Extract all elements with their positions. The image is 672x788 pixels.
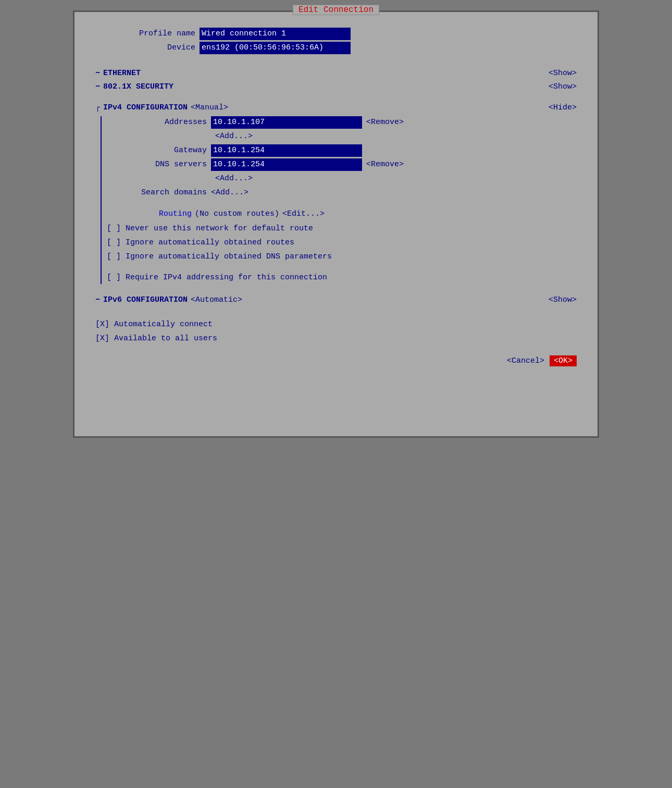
ok-button[interactable]: <OK> bbox=[550, 355, 577, 366]
window-title: Edit Connection bbox=[293, 5, 379, 15]
ipv4-content-block: Addresses 10.10.1.107 <Remove> <Add...> … bbox=[101, 116, 577, 284]
checkbox-ignore-routes[interactable]: [ ] Ignore automatically obtained routes bbox=[107, 237, 577, 249]
dns-add[interactable]: <Add...> bbox=[107, 173, 577, 185]
ethernet-section: − ETHERNET <Show> bbox=[95, 67, 577, 80]
ipv6-title: IPv6 CONFIGURATION bbox=[103, 294, 188, 306]
checkbox-ignore-dns[interactable]: [ ] Ignore automatically obtained DNS pa… bbox=[107, 251, 577, 263]
terminal-window: Edit Connection Profile name Wired conne… bbox=[73, 10, 599, 438]
addresses-input[interactable]: 10.10.1.107 bbox=[211, 116, 362, 129]
checkbox-all-users[interactable]: [X] Available to all users bbox=[95, 333, 577, 345]
ethernet-title: ETHERNET bbox=[103, 67, 141, 80]
dns-row: DNS servers 10.10.1.254 <Remove> bbox=[107, 158, 577, 171]
profile-name-input[interactable]: Wired connection 1 bbox=[200, 28, 351, 40]
checkbox-ignore-dns-text: [ ] Ignore automatically obtained DNS pa… bbox=[107, 251, 332, 263]
checkbox-auto-connect-text: [X] Automatically connect bbox=[95, 318, 213, 331]
checkbox-all-users-text: [X] Available to all users bbox=[95, 333, 217, 345]
routing-edit-button[interactable]: <Edit...> bbox=[282, 208, 325, 220]
dns-remove-button[interactable]: <Remove> bbox=[366, 158, 404, 171]
addresses-remove-button[interactable]: <Remove> bbox=[366, 116, 404, 129]
dns-input[interactable]: 10.10.1.254 bbox=[211, 158, 362, 171]
security-toggle[interactable]: − bbox=[95, 81, 100, 93]
checkbox-never-default-text: [ ] Never use this network for default r… bbox=[107, 223, 313, 235]
device-label: Device bbox=[95, 42, 200, 54]
checkbox-ignore-routes-text: [ ] Ignore automatically obtained routes bbox=[107, 237, 294, 249]
security-show-button[interactable]: <Show> bbox=[549, 81, 577, 93]
routing-row: Routing (No custom routes) <Edit...> bbox=[107, 208, 577, 220]
ipv6-mode[interactable]: <Automatic> bbox=[191, 294, 242, 306]
addresses-row: Addresses 10.10.1.107 <Remove> bbox=[107, 116, 577, 129]
ipv6-show-button[interactable]: <Show> bbox=[549, 294, 577, 306]
device-input[interactable]: ens192 (00:50:56:96:53:6A) bbox=[200, 42, 351, 54]
ipv4-toggle[interactable]: ┌ bbox=[95, 102, 100, 114]
routing-text: (No custom routes) bbox=[195, 208, 279, 220]
ipv4-mode[interactable]: <Manual> bbox=[191, 102, 228, 114]
bottom-buttons: <Cancel> <OK> bbox=[95, 355, 577, 366]
ethernet-show-button[interactable]: <Show> bbox=[549, 67, 577, 80]
device-row: Device ens192 (00:50:56:96:53:6A) bbox=[95, 42, 577, 54]
profile-name-row: Profile name Wired connection 1 bbox=[95, 28, 577, 40]
dns-label: DNS servers bbox=[107, 158, 211, 171]
security-section: − 802.1X SECURITY <Show> bbox=[95, 81, 577, 93]
profile-name-label: Profile name bbox=[95, 28, 200, 40]
checkbox-never-default[interactable]: [ ] Never use this network for default r… bbox=[107, 223, 577, 235]
ipv4-hide-button[interactable]: <Hide> bbox=[549, 102, 577, 114]
checkbox-auto-connect[interactable]: [X] Automatically connect bbox=[95, 318, 577, 331]
checkbox-require-ipv4-text: [ ] Require IPv4 addressing for this con… bbox=[107, 272, 327, 284]
ipv4-title: IPv4 CONFIGURATION bbox=[103, 102, 188, 114]
search-domains-row: Search domains <Add...> bbox=[107, 187, 577, 199]
search-domains-add[interactable]: <Add...> bbox=[211, 187, 248, 199]
checkbox-require-ipv4[interactable]: [ ] Require IPv4 addressing for this con… bbox=[107, 272, 577, 284]
gateway-row: Gateway 10.10.1.254 bbox=[107, 144, 577, 157]
addresses-add[interactable]: <Add...> bbox=[107, 130, 577, 143]
security-title: 802.1X SECURITY bbox=[103, 81, 173, 93]
ethernet-toggle[interactable]: − bbox=[95, 67, 100, 80]
routing-label: Routing bbox=[159, 208, 192, 220]
addresses-label: Addresses bbox=[107, 116, 211, 129]
gateway-input[interactable]: 10.10.1.254 bbox=[211, 144, 362, 157]
cancel-button[interactable]: <Cancel> bbox=[507, 356, 544, 365]
search-domains-label: Search domains bbox=[107, 187, 211, 199]
ipv6-toggle[interactable]: − bbox=[95, 294, 100, 306]
gateway-label: Gateway bbox=[107, 144, 211, 157]
